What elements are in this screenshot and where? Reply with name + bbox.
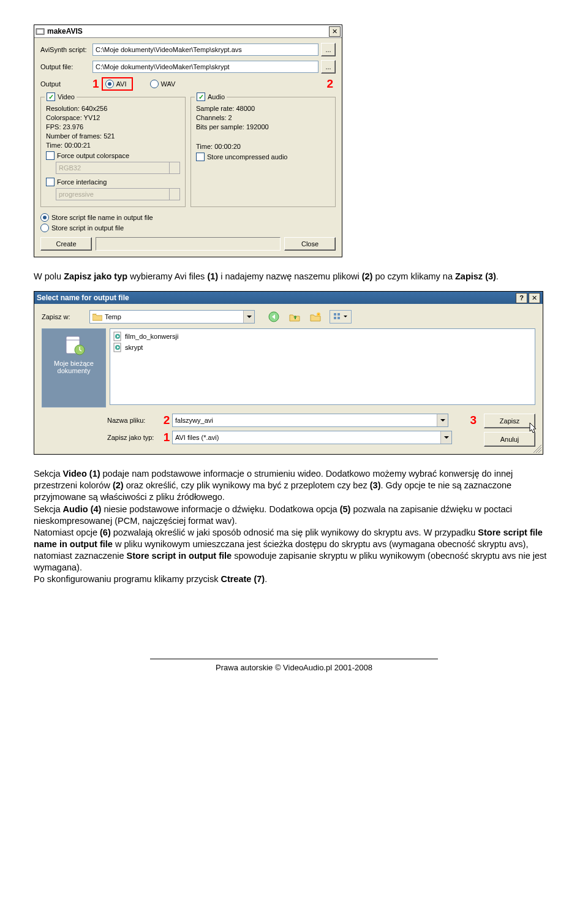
video-group: Video Resolution: 640x256 Colorspace: YV… [40, 97, 186, 207]
store-uncompressed-label: Store uncompressed audio [207, 153, 287, 161]
places-label: Moje bieżące dokumenty [45, 360, 103, 374]
force-colorspace-check[interactable] [46, 151, 55, 160]
list-item[interactable]: film_do_konwersji [113, 331, 532, 341]
audio-legend: Audio [208, 93, 225, 100]
save-in-value: Temp [105, 313, 121, 320]
footer-copyright: Prawa autorskie © VideoAudio.pl 2001-200… [150, 659, 438, 672]
force-interlacing-label: Force interlacing [57, 178, 107, 186]
annotation-highlight: AVI [102, 77, 133, 91]
svg-rect-5 [337, 313, 340, 316]
audio-sample: Sample rate: 48000 [196, 105, 330, 112]
avisynth-script-label: AviSynth script: [40, 46, 92, 53]
browse-output-button[interactable]: ... [321, 60, 336, 74]
annotation-marker-1: 1 [161, 431, 172, 444]
store-script-label: Store script in output file [51, 224, 124, 232]
media-file-icon [113, 331, 123, 341]
cancel-button[interactable]: Anuluj [484, 432, 535, 447]
help-icon[interactable]: ? [516, 293, 527, 303]
folder-icon [92, 312, 102, 321]
video-enable-check[interactable] [47, 93, 55, 101]
file-list[interactable]: film_do_konwersji skrypt [110, 328, 535, 405]
wav-radio[interactable] [150, 80, 159, 88]
back-icon[interactable] [267, 311, 281, 323]
annotation-marker-3: 3 [448, 414, 480, 427]
video-fps: FPS: 23.976 [46, 123, 180, 131]
save-in-label: Zapisz w: [42, 313, 89, 320]
close-icon[interactable]: ✕ [329, 26, 341, 37]
annotation-marker-2: 2 [161, 414, 172, 427]
audio-group: Audio Sample rate: 48000 Channels: 2 Bit… [190, 97, 336, 207]
store-name-label: Store script file name in output file [51, 214, 153, 221]
svg-rect-7 [337, 317, 340, 319]
output-file-input[interactable]: C:\Moje dokumenty\VideoMaker\Temp\skrypt [92, 61, 318, 73]
svg-rect-4 [334, 313, 336, 316]
status-sunken [96, 237, 281, 251]
create-button[interactable]: Create [40, 237, 92, 251]
savetype-combo[interactable]: AVI files (*.avi) [172, 431, 452, 444]
annotation-marker-1: 1 [92, 77, 99, 91]
cursor-icon [529, 422, 539, 434]
chevron-down-icon[interactable] [243, 311, 254, 323]
places-bar[interactable]: Moje bieżące dokumenty [42, 328, 106, 407]
recent-docs-icon [62, 334, 86, 357]
app-icon [36, 27, 45, 36]
close-icon[interactable]: ✕ [529, 293, 540, 303]
titlebar: makeAVIS ✕ [34, 25, 342, 38]
video-legend: Video [58, 93, 75, 100]
avisynth-script-input[interactable]: C:\Moje dokumenty\VideoMaker\Temp\skrypt… [92, 44, 318, 56]
save-in-combo[interactable]: Temp [89, 310, 255, 324]
video-resolution: Resolution: 640x256 [46, 105, 180, 112]
close-button[interactable]: Close [284, 237, 336, 251]
media-file-icon [113, 343, 123, 352]
chevron-down-icon[interactable] [440, 431, 451, 444]
video-time: Time: 00:00:21 [46, 142, 180, 149]
filename-label: Nazwa pliku: [107, 417, 161, 424]
new-folder-icon[interactable] [309, 311, 322, 323]
annotation-marker-2: 2 [326, 77, 333, 91]
browse-script-button[interactable]: ... [321, 43, 336, 56]
wav-label: WAV [161, 80, 176, 88]
savetype-label: Zapisz jako typ: [107, 434, 161, 441]
paragraph-1: W polu Zapisz jako typ wybieramy Avi fil… [34, 271, 554, 282]
output-format-label: Output [40, 80, 92, 88]
audio-bits: Bits per sample: 192000 [196, 123, 330, 131]
chevron-down-icon[interactable] [437, 414, 448, 426]
save-dialog-window: Select name for output file ? ✕ Zapisz w… [34, 291, 543, 455]
store-name-radio[interactable] [40, 213, 49, 222]
view-menu-icon[interactable] [330, 310, 352, 324]
video-colorspace: Colorspace: YV12 [46, 114, 180, 121]
resize-grip-icon[interactable] [533, 444, 541, 453]
audio-channels: Channels: 2 [196, 114, 330, 121]
force-colorspace-label: Force output colorspace [57, 152, 129, 159]
audio-time: Time: 00:00:20 [196, 143, 330, 150]
output-file-label: Output file: [40, 63, 92, 70]
video-frames: Number of frames: 521 [46, 132, 180, 140]
makeavis-window: makeAVIS ✕ AviSynth script: C:\Moje doku… [34, 25, 342, 257]
save-titlebar: Select name for output file ? ✕ [34, 292, 543, 304]
interlacing-combo[interactable]: progressive [56, 188, 180, 200]
svg-rect-1 [37, 29, 43, 33]
save-button[interactable]: Zapisz [484, 414, 535, 428]
paragraph-2: Sekcja Video (1) podaje nam podstawowe i… [34, 468, 554, 585]
store-script-radio[interactable] [40, 224, 49, 232]
store-uncompressed-check[interactable] [196, 153, 205, 161]
force-interlacing-check[interactable] [46, 178, 55, 186]
save-title: Select name for output file [37, 293, 514, 302]
colorspace-combo[interactable]: RGB32 [56, 162, 180, 174]
up-folder-icon[interactable] [288, 311, 301, 323]
window-title: makeAVIS [47, 27, 328, 36]
avi-label: AVI [116, 80, 127, 88]
audio-enable-check[interactable] [197, 93, 205, 101]
filename-input[interactable]: falszywy_avi [172, 414, 448, 427]
svg-rect-6 [334, 317, 336, 319]
list-item[interactable]: skrypt [113, 343, 532, 352]
avi-radio[interactable] [105, 80, 114, 88]
